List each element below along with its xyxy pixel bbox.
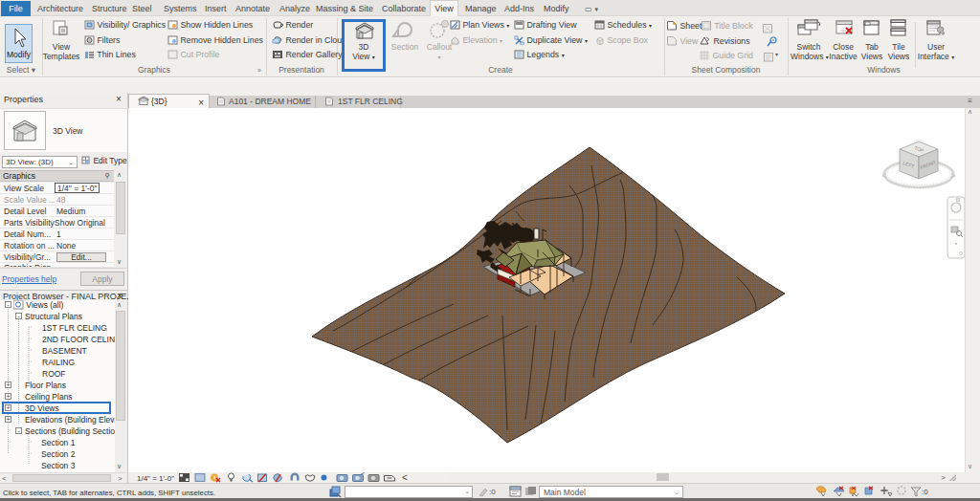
svg-text:<: < (402, 472, 408, 483)
